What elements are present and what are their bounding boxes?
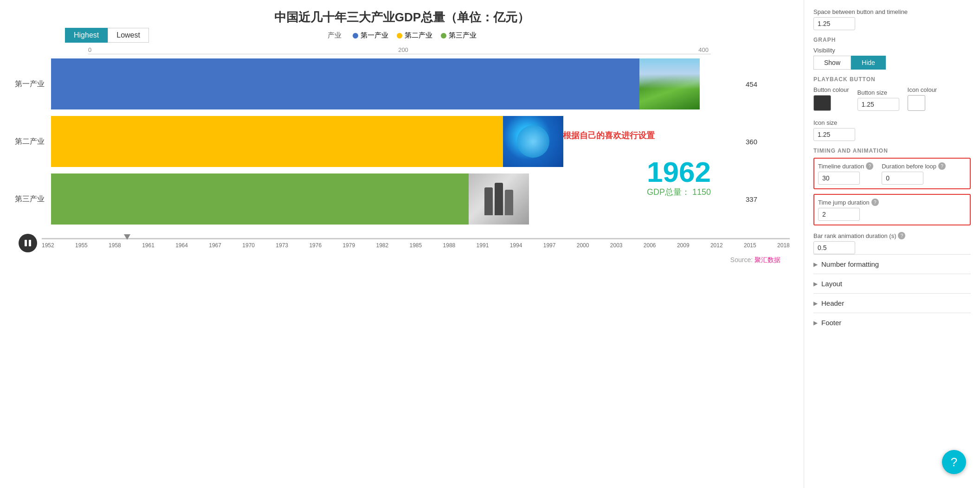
- timeline-track[interactable]: 1952195519581961196419671970197319761979…: [42, 238, 790, 249]
- bar-rank-info[interactable]: ?: [898, 232, 905, 239]
- time-jump-info[interactable]: ?: [871, 199, 879, 206]
- timeline-marker: [124, 234, 130, 240]
- bar-value-3: 337: [746, 195, 757, 203]
- icon-colour-label: Icon colour: [908, 86, 937, 93]
- hide-button[interactable]: Hide: [851, 56, 886, 70]
- gdp-total: GDP总量： 1150: [647, 186, 711, 198]
- bar-row-3: 第三产业 337: [51, 173, 734, 225]
- layout-header[interactable]: ▶ Layout: [813, 280, 971, 288]
- year-display: 1962 GDP总量： 1150: [647, 158, 711, 198]
- layout-label: Layout: [821, 280, 842, 288]
- source-label: Source:: [730, 256, 753, 263]
- timeline-duration-highlight: Timeline duration ? Duration before loop…: [813, 158, 971, 189]
- axis-tick-200: 200: [398, 46, 408, 53]
- timeline-duration-label: Timeline duration: [818, 163, 864, 170]
- duration-before-loop-label-row: Duration before loop ?: [882, 162, 946, 170]
- bar-row-1: 第一产业 454: [51, 58, 734, 109]
- pause-icon: [24, 239, 32, 247]
- header-section: ▶ Header: [813, 293, 971, 313]
- button-colour-swatch[interactable]: [813, 95, 831, 111]
- footer-header[interactable]: ▶ Footer: [813, 319, 971, 327]
- playback-row: Button colour Button size Icon colour Ic…: [813, 86, 971, 141]
- visibility-buttons: Show Hide: [813, 56, 971, 70]
- timeline-duration-item: Timeline duration ?: [818, 162, 873, 185]
- timeline: 1952195519581961196419671970197319761979…: [14, 234, 790, 252]
- legend-dot-2: [397, 33, 402, 39]
- number-formatting-label: Number formatting: [821, 260, 879, 268]
- legend-item-2: 第二产业: [397, 31, 432, 40]
- highest-button[interactable]: Highest: [65, 28, 108, 43]
- header-arrow: ▶: [813, 300, 818, 307]
- time-jump-highlight: Time jump duration ?: [813, 194, 971, 225]
- timeline-labels: 1952195519581961196419671970197319761979…: [42, 242, 790, 249]
- timeline-duration-input[interactable]: [818, 172, 860, 185]
- duration-before-loop-info[interactable]: ?: [938, 162, 946, 170]
- bar-row-2: 第二产业 360: [51, 116, 734, 167]
- graph-section-title: GRAPH: [813, 37, 971, 43]
- button-colour-item: Button colour: [813, 86, 849, 111]
- axis-tick-0: 0: [88, 46, 91, 53]
- bar-image-1: [639, 58, 700, 109]
- timeline-line: [42, 238, 790, 239]
- timing-section-title: TIMING AND ANIMATION: [813, 148, 971, 154]
- header-header[interactable]: ▶ Header: [813, 299, 971, 307]
- space-between-section: Space between button and timeline: [813, 8, 971, 30]
- time-jump-label-row: Time jump duration ?: [818, 199, 966, 206]
- button-size-label: Button size: [858, 89, 899, 96]
- space-between-input[interactable]: [813, 17, 855, 30]
- legend-label: 产业: [328, 31, 342, 40]
- legend-dot-3: [441, 33, 446, 39]
- gdp-total-value: 1150: [692, 187, 711, 197]
- timeline-duration-label-row: Timeline duration ?: [818, 162, 873, 170]
- bar-image-3: [469, 173, 529, 225]
- space-between-label: Space between button and timeline: [813, 8, 971, 15]
- legend-item-3: 第三产业: [441, 31, 477, 40]
- number-formatting-section: ▶ Number formatting: [813, 254, 971, 274]
- show-button[interactable]: Show: [813, 56, 851, 70]
- footer-section: ▶ Footer: [813, 313, 971, 332]
- gdp-total-label: GDP总量：: [647, 187, 690, 197]
- svg-rect-0: [25, 240, 27, 246]
- bar-value-2: 360: [746, 138, 757, 146]
- bar-rank-label: Bar rank animation duration (s): [813, 232, 896, 239]
- legend-dot-1: [353, 33, 358, 39]
- bar-fill-2: [51, 116, 563, 167]
- svg-rect-1: [29, 240, 31, 246]
- layout-section: ▶ Layout: [813, 274, 971, 293]
- button-size-input[interactable]: [858, 98, 899, 111]
- icon-colour-item: Icon colour: [908, 86, 937, 111]
- time-jump-item: Time jump duration ?: [818, 199, 966, 221]
- chart-title: 中国近几十年三大产业GDP总量（单位：亿元）: [14, 9, 790, 26]
- year-big: 1962: [647, 158, 711, 186]
- help-button[interactable]: ?: [942, 450, 966, 474]
- play-pause-button[interactable]: [19, 234, 37, 252]
- button-size-item: Button size: [858, 89, 899, 111]
- bar-rank-input[interactable]: [813, 241, 855, 254]
- icon-size-label: Icon size: [813, 119, 855, 126]
- legend-text-2: 第二产业: [405, 31, 432, 40]
- legend-text-3: 第三产业: [449, 31, 477, 40]
- number-formatting-header[interactable]: ▶ Number formatting: [813, 260, 971, 268]
- footer-arrow: ▶: [813, 320, 818, 326]
- axis-tick-400: 400: [698, 46, 709, 53]
- sidebar: Space between button and timeline GRAPH …: [804, 0, 980, 488]
- chart-area: 中国近几十年三大产业GDP总量（单位：亿元） Highest Lowest 产业…: [0, 0, 804, 488]
- number-formatting-arrow: ▶: [813, 261, 818, 268]
- visibility-label: Visibility: [813, 47, 971, 54]
- bar-fill-3: [51, 173, 529, 225]
- timeline-duration-info[interactable]: ?: [866, 162, 873, 170]
- duration-before-loop-input[interactable]: [882, 172, 923, 185]
- bar-label-1: 第一产业: [7, 79, 45, 89]
- time-jump-input[interactable]: [818, 208, 860, 221]
- icon-colour-swatch[interactable]: [908, 95, 925, 111]
- time-jump-label: Time jump duration: [818, 199, 870, 206]
- source-line: Source: 聚汇数据: [14, 256, 790, 264]
- lowest-button[interactable]: Lowest: [108, 28, 149, 43]
- icon-size-input[interactable]: [813, 128, 855, 141]
- button-colour-label: Button colour: [813, 86, 849, 93]
- icon-size-item: Icon size: [813, 119, 855, 141]
- bar-value-1: 454: [746, 80, 757, 88]
- layout-arrow: ▶: [813, 281, 818, 287]
- bar-rank-section: Bar rank animation duration (s) ?: [813, 232, 971, 254]
- source-link[interactable]: 聚汇数据: [754, 256, 780, 263]
